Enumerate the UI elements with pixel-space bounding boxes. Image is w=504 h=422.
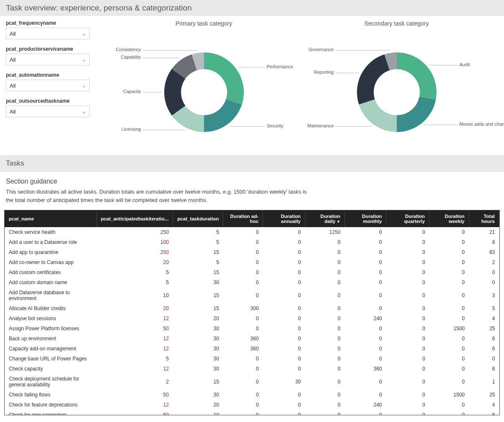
table-cell: 30: [173, 324, 223, 334]
table-cell: 0: [263, 277, 305, 287]
table-cell: 0: [345, 247, 386, 257]
table-cell: 5: [96, 277, 173, 287]
table-cell: Back up environment: [5, 334, 96, 344]
table-cell: 0: [305, 277, 345, 287]
table-cell: 0: [345, 374, 386, 390]
table-cell: 0: [263, 247, 305, 257]
primary-donut[interactable]: PerformanceSecurityLicensingCapacityCapa…: [120, 34, 288, 142]
filter-label: pcat_frequencyname: [6, 20, 90, 26]
table-cell: 0: [386, 410, 429, 415]
column-header[interactable]: Duration monthly: [345, 210, 386, 227]
table-cell: 0: [223, 287, 263, 303]
table-cell: 5: [96, 354, 173, 364]
table-row[interactable]: Add Dataverse database to environment101…: [5, 287, 499, 303]
table-cell: 0: [386, 400, 429, 410]
column-header[interactable]: Duration weekly: [429, 210, 469, 227]
table-cell: 0: [386, 364, 429, 374]
table-cell: 0: [223, 257, 263, 267]
table-cell: 0: [386, 227, 429, 237]
donut-slice[interactable]: [397, 52, 437, 100]
table-row[interactable]: Analyse bot sessions1220000240004: [5, 313, 499, 324]
table-cell: 5: [469, 303, 499, 313]
column-header[interactable]: Duration quarterly: [386, 210, 429, 227]
table-cell: 0: [386, 390, 429, 400]
column-header[interactable]: Duration daily: [305, 210, 345, 227]
table-cell: 12: [96, 400, 173, 410]
table-row[interactable]: Check deployment schedule for general av…: [5, 374, 499, 390]
table-cell: 50: [96, 324, 173, 334]
filter-dropdown[interactable]: All ⌄: [6, 54, 90, 65]
table-cell: Add custom certificates: [5, 267, 96, 277]
table-cell: 30: [173, 344, 223, 354]
table-cell: 0: [386, 237, 429, 247]
table-cell: 360: [223, 334, 263, 344]
table-cell: 8: [469, 410, 499, 415]
donut-label: Security: [267, 123, 284, 128]
column-header[interactable]: pcat_anticipatedtaskiteratio...: [96, 210, 173, 227]
table-row[interactable]: Back up environment1230360000006: [5, 334, 499, 344]
table-row[interactable]: Allocate AI Builder credits2015300000005: [5, 303, 499, 313]
table-row[interactable]: Check service health250500125000021: [5, 227, 499, 237]
column-header[interactable]: pcat_name: [5, 210, 96, 227]
table-cell: 1500: [429, 390, 469, 400]
table-cell: 0: [345, 410, 386, 415]
filter-dropdown[interactable]: All ⌄: [6, 106, 90, 117]
tasks-table[interactable]: pcat_namepcat_anticipatedtaskiteratio...…: [5, 210, 499, 415]
table-cell: 15: [173, 267, 223, 277]
donut-label: Audit: [460, 62, 470, 67]
table-cell: 360: [345, 364, 386, 374]
table-cell: 0: [223, 390, 263, 400]
table-cell: 250: [96, 227, 173, 237]
table-body: Check service health250500125000021Add a…: [5, 227, 499, 415]
table-row[interactable]: Check failing flows503000000150025: [5, 390, 499, 400]
table-cell: 0: [223, 227, 263, 237]
table-row[interactable]: Add a user to a Dataverse role1005000000…: [5, 237, 499, 247]
table-cell: 0: [469, 354, 499, 364]
table-scroll[interactable]: pcat_namepcat_anticipatedtaskiteratio...…: [5, 210, 499, 415]
table-cell: 3: [469, 287, 499, 303]
table-row[interactable]: Add custom certificates5150000000: [5, 267, 499, 277]
donut-slice[interactable]: [397, 96, 436, 132]
table-cell: 6: [469, 364, 499, 374]
table-cell: 0: [386, 257, 429, 267]
table-cell: 0: [263, 344, 305, 354]
table-cell: 1: [469, 374, 499, 390]
table-cell: 0: [263, 257, 305, 267]
filter-group: pcat_frequencyname All ⌄: [6, 20, 90, 39]
table-cell: 0: [263, 227, 305, 237]
filter-dropdown[interactable]: All ⌄: [6, 28, 90, 39]
table-row[interactable]: Add custom domain name5300000000: [5, 277, 499, 287]
table-cell: 0: [386, 267, 429, 277]
column-header[interactable]: Duration ad-hoc: [223, 210, 263, 227]
page-title: Task overview: experience, persona & cat…: [0, 0, 504, 16]
table-cell: Add co-owner to Canvas app: [5, 257, 96, 267]
chevron-down-icon: ⌄: [82, 31, 86, 36]
table-row[interactable]: Add app to quarantine2501500000063: [5, 247, 499, 257]
column-header[interactable]: Duration annually: [263, 210, 305, 227]
table-row[interactable]: Capacity add-on management1230360000006: [5, 344, 499, 354]
table-row[interactable]: Change base URL of Power Pages5300000000: [5, 354, 499, 364]
donut-slice[interactable]: [204, 52, 244, 104]
table-cell: 0: [305, 400, 345, 410]
column-header[interactable]: Total hours: [469, 210, 499, 227]
filter-dropdown[interactable]: All ⌄: [6, 80, 90, 91]
table-cell: 0: [305, 257, 345, 267]
table-row[interactable]: Check for new connectors50100000008: [5, 410, 499, 415]
donut-slice[interactable]: [357, 54, 390, 105]
table-cell: 0: [386, 277, 429, 287]
column-header[interactable]: pcat_taskduration: [173, 210, 223, 227]
donut-slice[interactable]: [204, 99, 242, 132]
table-cell: 20: [173, 313, 223, 324]
table-row[interactable]: Add co-owner to Canvas app2050000002: [5, 257, 499, 267]
table-cell: 21: [469, 227, 499, 237]
secondary-donut[interactable]: AuditMoves adds and changesMaintenanceRe…: [313, 34, 481, 142]
table-row[interactable]: Check capacity1230000360006: [5, 364, 499, 374]
table-cell: 30: [173, 364, 223, 374]
donut-slice[interactable]: [359, 99, 396, 132]
table-row[interactable]: Assign Power Platform licenses5030000001…: [5, 324, 499, 334]
table-cell: 30: [173, 334, 223, 344]
table-cell: 0: [345, 227, 386, 237]
table-cell: 0: [263, 287, 305, 303]
table-header-row[interactable]: pcat_namepcat_anticipatedtaskiteratio...…: [5, 210, 499, 227]
table-row[interactable]: Check for feature deprecations1220000240…: [5, 400, 499, 410]
